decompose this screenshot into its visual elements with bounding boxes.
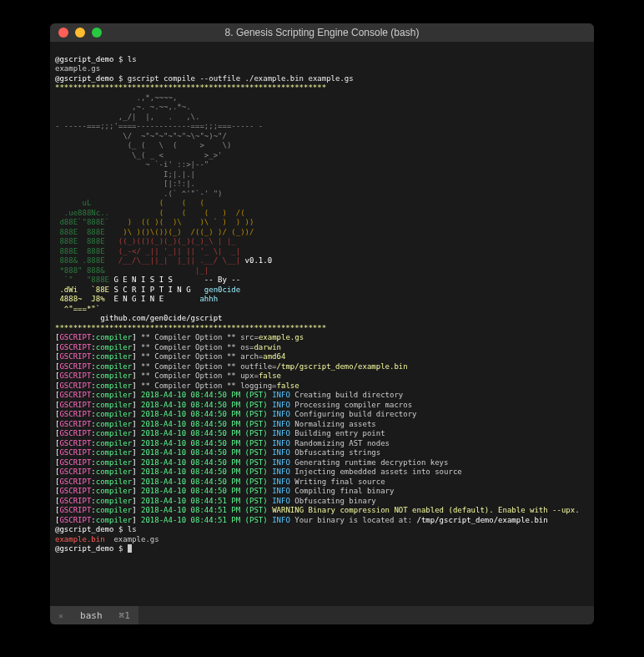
minimize-icon[interactable] bbox=[75, 28, 85, 38]
statusbar: ✕ bash ⌘1 bbox=[50, 606, 594, 624]
tab-shortcut: ⌘1 bbox=[119, 610, 130, 621]
cursor bbox=[128, 544, 132, 553]
close-icon[interactable] bbox=[58, 28, 68, 38]
terminal-window: 8. Genesis Scripting Engine Console (bas… bbox=[50, 23, 594, 624]
close-icon[interactable]: ✕ bbox=[58, 611, 63, 620]
window-title: 8. Genesis Scripting Engine Console (bas… bbox=[50, 27, 594, 38]
maximize-icon[interactable] bbox=[92, 28, 102, 38]
terminal-body[interactable]: @gscript_demo $ ls example.gs @gscript_d… bbox=[50, 42, 594, 606]
traffic-lights bbox=[50, 28, 102, 38]
tab-bash[interactable]: ✕ bash ⌘1 bbox=[50, 606, 138, 624]
tab-label: bash bbox=[80, 610, 103, 621]
titlebar[interactable]: 8. Genesis Scripting Engine Console (bas… bbox=[50, 23, 594, 42]
